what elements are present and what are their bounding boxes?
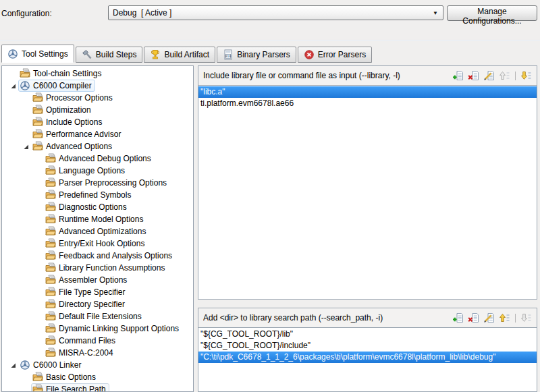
tree-item-file-search-path[interactable]: File Search Path (2, 383, 193, 392)
tree-item-core: Advanced Options (31, 140, 115, 152)
expand-arrow-icon[interactable] (7, 83, 18, 89)
tab-tool-settings[interactable]: Tool Settings (1, 45, 74, 63)
tree-item-advanced-options[interactable]: Advanced Options (2, 140, 193, 152)
settings-folder-icon (45, 190, 56, 200)
tree-item-language-options[interactable]: Language Options (2, 165, 193, 177)
add-file-icon (452, 70, 464, 81)
tree-item-feedback-and-analysis-options[interactable]: Feedback and Analysis Options (2, 250, 193, 262)
tree-item-core: Runtime Model Options (44, 213, 146, 225)
settings-folder-icon (32, 384, 43, 392)
expand-arrow-icon[interactable] (7, 362, 18, 368)
settings-folder-icon (45, 202, 56, 213)
tree-item-core: C6000 Linker (18, 359, 84, 371)
tree-item-library-function-assumptions[interactable]: Library Function Assumptions (2, 262, 193, 274)
tree-item-core: Diagnostic Options (44, 201, 130, 213)
tool-icon (20, 80, 30, 91)
tab-label: Build Artifact (164, 50, 209, 59)
tab-error-parsers[interactable]: Error Parsers (298, 47, 372, 63)
delete-file-button[interactable] (468, 312, 479, 323)
tree-item-label: File Type Specifier (59, 287, 126, 297)
settings-folder-icon (45, 311, 56, 322)
move-down-button[interactable] (520, 70, 532, 81)
tree-item-core: Processor Options (31, 92, 116, 104)
tree-item-advanced-debug-options[interactable]: Advanced Debug Options (2, 152, 193, 165)
tree-item-command-files[interactable]: Command Files (2, 335, 193, 347)
tab-strip: Tool Settings Build Steps Build Artifact… (1, 45, 372, 65)
move-down-button (520, 312, 532, 323)
trophy-icon (150, 49, 161, 60)
tree-item-diagnostic-options[interactable]: Diagnostic Options (2, 201, 193, 213)
tree-item-predefined-symbols[interactable]: Predefined Symbols (2, 189, 193, 201)
tree-item-processor-options[interactable]: Processor Options (2, 92, 193, 104)
settings-folder-icon (45, 214, 56, 225)
delete-file-button[interactable] (468, 70, 479, 81)
delete-file-icon (468, 70, 479, 81)
tab-label: Build Steps (96, 50, 137, 59)
manage-configurations-button[interactable]: Manage Configurations... (447, 5, 537, 21)
list-item[interactable]: ti.platform.evm6678l.ae66 (198, 98, 537, 109)
tree-item-file-type-specifier[interactable]: File Type Specifier (2, 286, 193, 298)
move-up-button[interactable] (499, 312, 510, 323)
settings-folder-icon (45, 238, 56, 249)
edit-file-button[interactable] (483, 312, 495, 323)
tab-label: Tool Settings (22, 49, 68, 59)
tree-item-label: MISRA-C:2004 (59, 348, 113, 358)
list-item[interactable]: "${CG_TOOL_ROOT}/lib" (198, 329, 537, 340)
edit-file-button[interactable] (483, 70, 495, 81)
tree-item-advanced-optimizations[interactable]: Advanced Optimizations (2, 225, 193, 237)
toolbar-separator (515, 72, 516, 80)
tree-item-core: Performance Advisor (31, 128, 124, 140)
move-up-icon (499, 70, 510, 81)
binary-file-icon: 010 (223, 49, 234, 60)
library-search-path-panel: Add <dir> to library search path (--sear… (198, 308, 537, 392)
tree-item-label: Tool-chain Settings (33, 69, 101, 78)
library-input-list[interactable]: "libc.a"ti.platform.evm6678l.ae66 (198, 86, 537, 299)
configuration-dropdown[interactable]: Debug [ Active ] ▼ (108, 5, 443, 20)
tree-item-core: File Type Specifier (44, 286, 129, 298)
tree-item-c6000-linker[interactable]: C6000 Linker (2, 359, 193, 371)
tree-item-label: Default File Extensions (59, 312, 142, 321)
settings-folder-icon (32, 141, 43, 152)
tree-item-core: Parser Preprocessing Options (44, 177, 170, 189)
tree-item-core: Language Options (44, 165, 128, 177)
tree-item-basic-options[interactable]: Basic Options (2, 371, 193, 383)
tree-item-directory-specifier[interactable]: Directory Specifier (2, 298, 193, 310)
tree-item-label: Library Function Assumptions (59, 263, 165, 273)
add-file-icon (452, 312, 464, 323)
tree-item-include-options[interactable]: Include Options (2, 116, 193, 128)
tree-item-entry-exit-hook-options[interactable]: Entry/Exit Hook Options (2, 237, 193, 250)
tree-item-parser-preprocessing-options[interactable]: Parser Preprocessing Options (2, 177, 193, 189)
list-item[interactable]: "libc.a" (198, 86, 537, 98)
tab-binary-parsers[interactable]: 010Binary Parsers (217, 47, 296, 63)
tree-item-label: Advanced Optimizations (59, 227, 146, 236)
tree-item-optimization[interactable]: Optimization (2, 104, 193, 116)
tree-item-label: Diagnostic Options (59, 202, 127, 212)
tree-item-core: Library Function Assumptions (44, 262, 168, 274)
list-item[interactable]: "${CG_TOOL_ROOT}/include" (198, 340, 537, 352)
settings-folder-icon (32, 105, 43, 115)
toolbar-separator (515, 314, 516, 323)
settings-folder-icon (45, 250, 56, 261)
tree-item-tool-chain-settings[interactable]: Tool-chain Settings (2, 67, 193, 80)
tree-item-core: Optimization (31, 104, 94, 116)
tree-item-runtime-model-options[interactable]: Runtime Model Options (2, 213, 193, 225)
list-item[interactable]: "C:\ti\pdk_C6678_1_1_2_6\packages\ti\pla… (198, 352, 537, 363)
settings-folder-icon (45, 335, 56, 346)
panel-title: Add <dir> to library search path (--sear… (203, 313, 452, 323)
tree-item-assembler-options[interactable]: Assembler Options (2, 274, 193, 286)
tree-item-performance-advisor[interactable]: Performance Advisor (2, 128, 193, 140)
add-file-button[interactable] (452, 70, 464, 81)
tree-item-c6000-compiler[interactable]: C6000 Compiler (2, 80, 193, 92)
tree-item-misra-c-2004[interactable]: MISRA-C:2004 (2, 347, 193, 359)
tree-item-label: C6000 Compiler (33, 81, 92, 90)
svg-text:010: 010 (225, 55, 232, 58)
panel-header: Add <dir> to library search path (--sear… (198, 308, 537, 328)
library-search-path-list[interactable]: "${CG_TOOL_ROOT}/lib""${CG_TOOL_ROOT}/in… (198, 328, 537, 391)
add-file-button[interactable] (452, 312, 464, 323)
tree-item-dynamic-linking-support-options[interactable]: Dynamic Linking Support Options (2, 323, 193, 335)
tree-item-default-file-extensions[interactable]: Default File Extensions (2, 310, 193, 323)
tree-item-label: Predefined Symbols (59, 190, 131, 200)
tab-build-steps[interactable]: Build Steps (76, 47, 143, 63)
tab-build-artifact[interactable]: Build Artifact (144, 47, 215, 63)
expand-arrow-icon[interactable] (20, 144, 31, 150)
